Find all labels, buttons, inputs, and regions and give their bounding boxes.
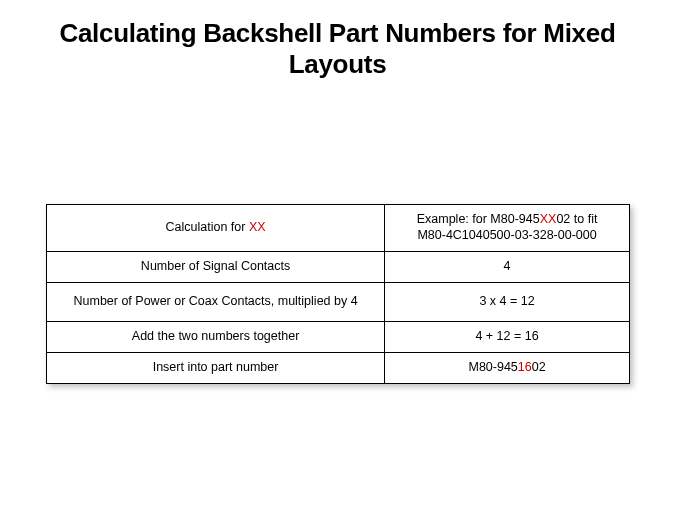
- table: Calculation for XX Example: for M80-945X…: [46, 204, 630, 384]
- table-row: Number of Power or Coax Contacts, multip…: [47, 283, 630, 322]
- result-right-mid: 16: [518, 360, 532, 374]
- header-right-pre: Example: for M80-945: [417, 212, 540, 226]
- table-header-row: Calculation for XX Example: for M80-945X…: [47, 205, 630, 252]
- row2-left: Number of Power or Coax Contacts, multip…: [47, 283, 385, 322]
- table-row: Number of Signal Contacts 4: [47, 252, 630, 283]
- header-right: Example: for M80-945XX02 to fit M80-4C10…: [385, 205, 630, 252]
- row3-right: 4 + 12 = 16: [385, 322, 630, 353]
- header-right-post: 02 to fit: [556, 212, 597, 226]
- header-left-pre: Calculation for: [166, 220, 249, 234]
- row3-left: Add the two numbers together: [47, 322, 385, 353]
- header-left: Calculation for XX: [47, 205, 385, 252]
- calculation-table: Calculation for XX Example: for M80-945X…: [46, 204, 630, 384]
- row1-right: 4: [385, 252, 630, 283]
- header-right-line2: M80-4C1040500-03-328-00-000: [417, 228, 596, 242]
- page-title: Calculating Backshell Part Numbers for M…: [0, 0, 675, 80]
- header-left-xx: XX: [249, 220, 266, 234]
- row2-right: 3 x 4 = 12: [385, 283, 630, 322]
- table-row: Add the two numbers together 4 + 12 = 16: [47, 322, 630, 353]
- result-right: M80-9451602: [385, 353, 630, 384]
- header-right-xx: XX: [540, 212, 557, 226]
- result-left: Insert into part number: [47, 353, 385, 384]
- result-right-pre: M80-945: [468, 360, 517, 374]
- result-right-post: 02: [532, 360, 546, 374]
- row1-left: Number of Signal Contacts: [47, 252, 385, 283]
- table-row-result: Insert into part number M80-9451602: [47, 353, 630, 384]
- slide: Calculating Backshell Part Numbers for M…: [0, 0, 675, 506]
